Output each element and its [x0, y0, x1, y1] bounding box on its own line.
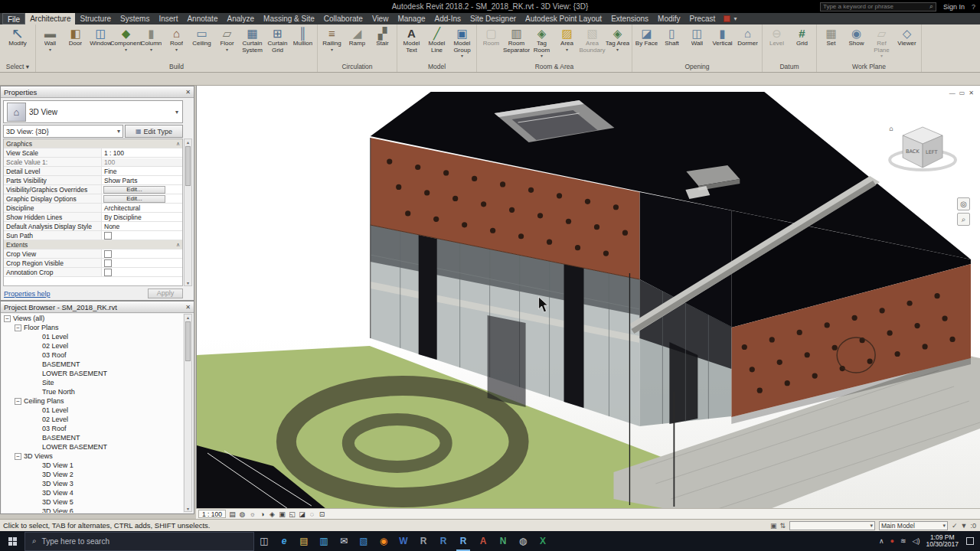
taskbar-search-box[interactable]: ⌕ Type here to search	[24, 532, 254, 551]
visual-style-icon[interactable]: ◍	[237, 510, 247, 518]
ribbon-tab[interactable]: Autodesk Point Layout	[521, 13, 606, 24]
view-close-icon[interactable]: ✕	[969, 90, 974, 96]
close-icon[interactable]: ✕	[185, 89, 191, 96]
ribbon-tab[interactable]: Massing & Site	[259, 13, 319, 24]
tree-expander[interactable]: −	[15, 398, 21, 405]
volume-icon[interactable]: ◁)	[913, 537, 920, 545]
ribbon-tab[interactable]: Manage	[393, 13, 430, 24]
ribbon-tool-button[interactable]: ◢ Ramp	[345, 26, 370, 47]
ribbon-tab[interactable]: Collaborate	[319, 13, 368, 24]
ribbon-tool-button[interactable]: ▦ Curtain System	[240, 26, 265, 54]
tree-expander[interactable]: −	[4, 315, 11, 322]
tree-item[interactable]: 03 Roof	[2, 350, 183, 360]
ribbon-tool-button[interactable]: ╱ Model Line	[424, 26, 449, 54]
view-cube-home-icon[interactable]: ⌂	[889, 125, 893, 132]
ribbon-tool-button[interactable]: ◧ Door	[63, 26, 88, 47]
type-selector[interactable]: ⌂ 3D View ▾	[3, 100, 183, 123]
hidden-icons-chevron[interactable]: ∧	[879, 537, 884, 545]
tree-item[interactable]: − Floor Plans	[2, 323, 183, 332]
action-center-icon[interactable]	[966, 537, 974, 545]
tree-item[interactable]: − Ceiling Plans	[2, 396, 183, 406]
filter-icon[interactable]: ▼	[961, 522, 968, 530]
apply-button[interactable]: Apply	[148, 289, 183, 298]
design-options-icon[interactable]: ⇅	[779, 522, 786, 530]
store-icon[interactable]: ▥	[314, 531, 334, 551]
reveal-hidden-icon[interactable]: ◌	[307, 510, 317, 518]
properties-help-link[interactable]: Properties help	[4, 290, 51, 298]
navisworks-icon[interactable]: N	[493, 531, 513, 551]
word-icon[interactable]: W	[394, 531, 413, 551]
revit-2018-icon[interactable]: R	[453, 531, 473, 551]
property-row[interactable]: Default Analysis Display Style None	[4, 222, 182, 231]
tree-item[interactable]: 3D View 5	[2, 497, 183, 507]
tree-item[interactable]: 01 Level	[2, 332, 183, 341]
firefox-icon[interactable]: ◉	[374, 531, 394, 551]
temporary-hide-icon[interactable]: ◪	[297, 510, 307, 518]
ribbon-tab[interactable]: Add-Ins	[430, 13, 466, 24]
sign-in-button[interactable]: Sign In	[943, 3, 965, 11]
ribbon-tool-button[interactable]: ◪ By Face	[634, 26, 659, 47]
keyword-search-input[interactable]	[823, 3, 927, 10]
ribbon-tool-button[interactable]: ◈ Tag Room ▾	[529, 26, 554, 58]
file-explorer-icon[interactable]: ▤	[294, 531, 314, 551]
ribbon-tool-button[interactable]: ▧ Area Boundary	[580, 26, 605, 54]
ribbon-tool-button[interactable]: ║ Mullion	[290, 26, 315, 47]
ribbon-tool-button[interactable]: ⊞ Curtain Grid	[265, 26, 290, 54]
ribbon-tool-button[interactable]: ▱ Floor ▾	[214, 26, 240, 52]
tree-item[interactable]: LOWER BASEMENT	[2, 442, 183, 452]
scroll-thumb[interactable]	[185, 146, 191, 186]
sun-path-icon[interactable]: ☼	[247, 510, 257, 518]
tree-item[interactable]: 3D View 4	[2, 488, 183, 497]
project-browser-header[interactable]: Project Browser - SM_2018_RK.rvt ✕	[1, 302, 194, 313]
mail-icon[interactable]: ✉	[334, 531, 354, 551]
ribbon-tab[interactable]: Architecture	[25, 13, 75, 24]
task-view-icon[interactable]: ◫	[254, 531, 274, 551]
property-row[interactable]: Annotation Crop	[4, 268, 182, 277]
ribbon-tool-button[interactable]: ▯ Shaft	[659, 26, 684, 47]
tree-item[interactable]: 3D View 2	[2, 470, 183, 479]
ribbon-tab[interactable]: View	[368, 13, 394, 24]
property-row[interactable]: Show Hidden Lines By Discipline	[4, 213, 182, 222]
tree-item[interactable]: 03 Roof	[2, 424, 183, 433]
network-icon[interactable]: ≋	[900, 537, 906, 545]
view-cube[interactable]: BACK LEFT ⌂	[889, 125, 956, 170]
ribbon-tab[interactable]: Insert	[154, 13, 182, 24]
ribbon-tab[interactable]: Site Designer	[466, 13, 521, 24]
tree-item[interactable]: 3D View 3	[2, 479, 183, 488]
revit-2016-icon[interactable]: R	[413, 531, 433, 551]
property-row[interactable]: View Scale 1 : 100	[4, 148, 182, 158]
tree-item[interactable]: 01 Level	[2, 406, 183, 415]
tree-item[interactable]: − 3D Views	[2, 452, 183, 461]
navigation-wheel-icon[interactable]: ◎	[957, 197, 970, 210]
property-row[interactable]: Crop View	[4, 249, 182, 259]
ribbon-tool-button[interactable]: ≡ Railing ▾	[319, 26, 345, 52]
analytical-model-icon[interactable]: ⊡	[317, 510, 327, 518]
tree-item[interactable]: 02 Level	[2, 341, 183, 350]
ribbon-tool-button[interactable]: ▨ Area ▾	[554, 26, 580, 52]
ribbon-state-chevron-icon[interactable]: ▾	[733, 15, 737, 22]
recorder-icon[interactable]: ●	[890, 537, 894, 545]
tree-item[interactable]: − Views (all)	[2, 314, 183, 323]
ribbon-tool-button[interactable]: ▱ Ref Plane ▾	[869, 26, 894, 58]
workset-combo[interactable]: ▾	[789, 521, 875, 530]
property-row[interactable]: Discipline Architectural	[4, 204, 182, 213]
editable-only-icon[interactable]: ✓	[952, 522, 958, 530]
shadows-icon[interactable]: ◑	[257, 510, 267, 518]
ribbon-tool-button[interactable]: ▮ Column ▾	[139, 26, 164, 52]
ribbon-tool-button[interactable]: ▥ Room Separator	[504, 26, 529, 54]
ribbon-tab[interactable]: Analyze	[222, 13, 259, 24]
view-filter-combo[interactable]: 3D View: {3D} ▾	[3, 125, 123, 138]
ribbon-tab[interactable]: Modify	[653, 13, 684, 24]
view-minimize-icon[interactable]: —	[949, 90, 956, 96]
help-icon[interactable]: ?	[972, 3, 975, 11]
tree-item[interactable]: 3D View 6	[2, 507, 183, 513]
view-cube-back-face[interactable]: BACK	[906, 148, 920, 155]
clock[interactable]: 1:09 PM 10/30/2017	[926, 534, 959, 549]
ribbon-tool-button[interactable]: ⌂ Dormer	[735, 26, 760, 47]
property-row[interactable]: Parts Visibility Show Parts	[4, 176, 182, 185]
property-row[interactable]: Detail Level Fine	[4, 167, 182, 176]
tree-expander[interactable]: −	[15, 324, 21, 331]
tree-item[interactable]: True North	[2, 387, 183, 396]
ribbon-tool-button[interactable]: ▢ Room	[479, 26, 504, 47]
chevron-down-icon[interactable]: ▾	[172, 109, 182, 116]
